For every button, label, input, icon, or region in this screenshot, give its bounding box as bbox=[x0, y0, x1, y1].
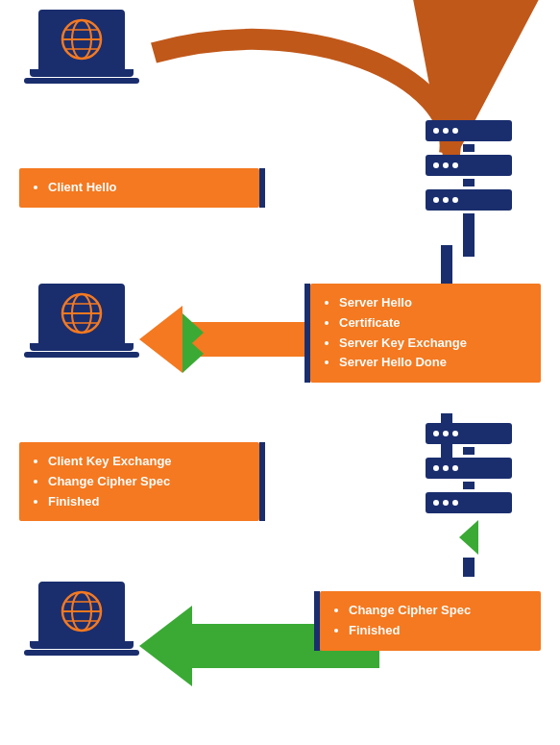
laptop-screen-2 bbox=[38, 284, 125, 343]
client-hello-item: Client Hello bbox=[48, 178, 246, 198]
laptop-base-3 bbox=[30, 641, 134, 649]
change-cipher-spec-item-2: Change Cipher Spec bbox=[349, 601, 527, 621]
server-unit-4 bbox=[426, 423, 512, 444]
server-unit-1 bbox=[426, 120, 512, 141]
laptop-client-3 bbox=[24, 582, 139, 656]
change-cipher-spec-item-1: Change Cipher Spec bbox=[48, 472, 246, 492]
server-unit-2 bbox=[426, 155, 512, 176]
server-hello-item: Server Hello bbox=[339, 293, 527, 313]
server-icon-2 bbox=[426, 423, 512, 577]
arrow-head-green-left bbox=[139, 606, 192, 686]
arrow-head-orange-left bbox=[139, 306, 183, 373]
laptop-client-2 bbox=[24, 284, 139, 358]
client-key-exchange-item: Client Key Exchange bbox=[48, 452, 246, 472]
server-connector-strip-2 bbox=[463, 558, 475, 577]
client-hello-box: Client Hello bbox=[19, 168, 259, 208]
laptop-client-1 bbox=[24, 10, 139, 84]
globe-icon-1 bbox=[58, 15, 106, 63]
server-hello-list: Server Hello Certificate Server Key Exch… bbox=[324, 293, 527, 373]
laptop-base-1 bbox=[30, 69, 134, 77]
client-hello-list: Client Hello bbox=[33, 178, 246, 198]
curved-arrow-client-to-server bbox=[154, 39, 450, 154]
server-gap-1 bbox=[463, 144, 475, 152]
laptop-foot-3 bbox=[24, 650, 139, 656]
server-connector-strip-1 bbox=[463, 213, 475, 257]
globe-icon-2 bbox=[58, 289, 106, 337]
server-unit-6 bbox=[426, 492, 512, 513]
client-key-exchange-box: Client Key Exchange Change Cipher Spec F… bbox=[19, 442, 259, 521]
laptop-screen-3 bbox=[38, 582, 125, 641]
finished-item-1: Finished bbox=[48, 492, 246, 512]
green-tick-server-2 bbox=[459, 520, 478, 555]
server-unit-3 bbox=[426, 189, 512, 211]
server-gap-2 bbox=[463, 179, 475, 186]
globe-icon-3 bbox=[58, 587, 106, 635]
laptop-screen-1 bbox=[38, 10, 125, 69]
client-key-exchange-list: Client Key Exchange Change Cipher Spec F… bbox=[33, 452, 246, 511]
server-gap-4 bbox=[463, 482, 475, 489]
laptop-foot-1 bbox=[24, 78, 139, 84]
laptop-foot-2 bbox=[24, 352, 139, 358]
laptop-base-2 bbox=[30, 343, 134, 351]
certificate-item: Certificate bbox=[339, 313, 527, 334]
finished-item-2: Finished bbox=[349, 621, 527, 641]
server-hello-done-item: Server Hello Done bbox=[339, 353, 527, 373]
server-icon-1 bbox=[426, 120, 512, 257]
server-hello-box: Server Hello Certificate Server Key Exch… bbox=[310, 284, 541, 383]
change-cipher-spec-box: Change Cipher Spec Finished bbox=[320, 591, 541, 651]
green-tick-2 bbox=[183, 335, 204, 373]
change-cipher-spec-list: Change Cipher Spec Finished bbox=[333, 601, 527, 641]
server-gap-3 bbox=[463, 447, 475, 455]
server-unit-5 bbox=[426, 458, 512, 479]
server-key-exchange-item: Server Key Exchange bbox=[339, 334, 527, 354]
tls-handshake-diagram: Client Hello Server Hello Cer bbox=[0, 0, 560, 745]
